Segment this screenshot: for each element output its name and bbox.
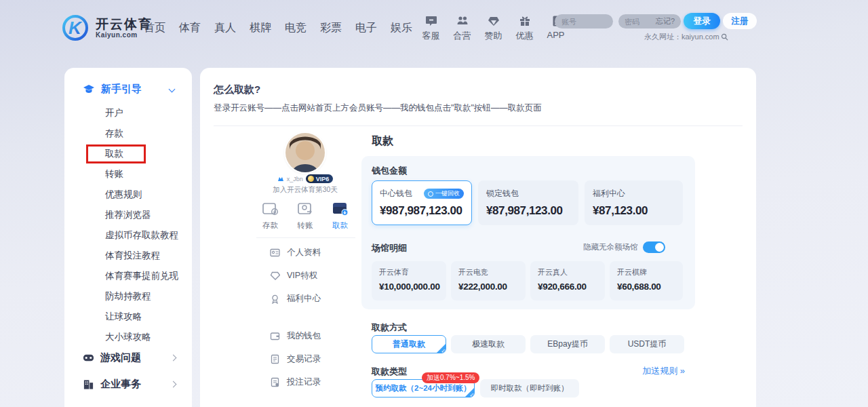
- venue-card-sports[interactable]: 开云体育 ¥10,000,000.00: [372, 261, 446, 301]
- forgot-password-link[interactable]: 忘记?: [656, 16, 675, 26]
- quick-action-transfer[interactable]: 转账: [297, 201, 314, 231]
- hide-empty-venues-label: 隐藏无余额场馆: [583, 242, 638, 252]
- type-label: 预约取款（2~24小时到账）: [376, 383, 471, 393]
- permanent-url[interactable]: 永久网址：kaiyun.com: [644, 32, 728, 42]
- transfer-icon: [297, 201, 314, 216]
- sidebar-item-anti-hijack[interactable]: 防劫持教程: [105, 286, 178, 307]
- nav-item-esports[interactable]: 电竞: [285, 21, 307, 35]
- member-icon: [277, 176, 284, 182]
- nav-item-chess[interactable]: 棋牌: [250, 21, 271, 35]
- graduation-cap-icon: [83, 84, 95, 94]
- sidebar-item-open-account[interactable]: 开户: [105, 103, 178, 123]
- password-field[interactable]: 忘记?: [618, 14, 681, 28]
- divider: [214, 125, 743, 126]
- quick-action-withdraw[interactable]: 取款: [332, 201, 349, 231]
- wallet-card-label: 福利中心: [593, 188, 625, 199]
- method-ebpay[interactable]: EBpay提币: [530, 335, 605, 353]
- venue-amount: ¥60,688.00: [617, 282, 675, 292]
- profile-menu-label: 个人资料: [287, 247, 321, 258]
- id-card-icon: [270, 248, 280, 258]
- password-input[interactable]: [625, 18, 654, 26]
- profile-menu-welfare[interactable]: 福利中心: [270, 293, 321, 305]
- permanent-url-text: 永久网址：kaiyun.com: [644, 32, 719, 42]
- sidebar-section-label: 新手引导: [101, 83, 142, 96]
- wallet-card-locked[interactable]: 锁定钱包 ¥87,987,123.00: [478, 180, 578, 225]
- method-usdt[interactable]: USDT提币: [610, 335, 684, 353]
- venue-amount: ¥222,000.00: [458, 282, 518, 292]
- register-button[interactable]: 注册: [723, 13, 757, 29]
- wallet-card-welfare[interactable]: 福利中心 ¥87,123.00: [585, 180, 683, 225]
- venue-amount: ¥920,666.00: [538, 282, 597, 292]
- venue-cards: 开云体育 ¥10,000,000.00 开云电竞 ¥222,000.00 开云真…: [372, 261, 683, 301]
- venue-card-esports[interactable]: 开云电竞 ¥222,000.00: [451, 261, 526, 301]
- nav-item-sports[interactable]: 体育: [179, 21, 201, 35]
- nav-item-slots[interactable]: 电子: [355, 21, 377, 35]
- sidebar-item-early-cashout[interactable]: 体育赛事提前兑现: [105, 266, 178, 286]
- sidebar-item-crypto-tutorial[interactable]: 虚拟币存取款教程: [105, 225, 178, 246]
- username: x_Jbn: [287, 176, 303, 182]
- profile-menu-bet-records[interactable]: 投注记录: [270, 376, 321, 388]
- venue-label: 开云棋牌: [617, 267, 675, 277]
- sponsor-button[interactable]: 赞助: [480, 15, 507, 42]
- wallet-card-central[interactable]: 中心钱包 一键回收 ¥987,987,123.00: [372, 180, 472, 225]
- quick-action-label: 取款: [332, 220, 348, 231]
- profile-menu-label: 我的钱包: [287, 330, 321, 342]
- sidebar-item-over-under-guide[interactable]: 大小球攻略: [105, 327, 178, 347]
- sidebar-item-transfer[interactable]: 转账: [105, 164, 178, 185]
- header-icon-menu: 客服 合营 赞助 优惠 APP: [418, 15, 569, 42]
- promotions-button[interactable]: 优惠: [511, 15, 538, 42]
- vip-badge: VIP6: [306, 174, 334, 183]
- vip-diamond-icon: [270, 271, 280, 281]
- avatar: [285, 133, 325, 172]
- type-instant-withdraw[interactable]: 即时取款（即时到账）: [480, 379, 579, 398]
- partnership-button[interactable]: 合营: [449, 15, 475, 42]
- withdraw-method-label: 取款方式: [372, 322, 407, 334]
- sidebar-item-sports-betting-tutorial[interactable]: 体育投注教程: [105, 246, 178, 266]
- venue-card-chess[interactable]: 开云棋牌 ¥60,688.00: [610, 261, 683, 301]
- wallet-card-amount: ¥87,987,123.00: [486, 204, 570, 218]
- wallet-balance-section-label: 钱包金额: [372, 165, 407, 177]
- sidebar-item-promo-rules[interactable]: 优惠规则: [105, 185, 178, 205]
- withdraw-wallet-icon: [332, 201, 349, 216]
- venue-card-live[interactable]: 开云真人 ¥920,666.00: [530, 261, 605, 301]
- quick-action-label: 转账: [298, 220, 313, 231]
- sidebar-item-handicap-guide[interactable]: 让球攻略: [105, 307, 178, 327]
- nav-item-entertainment[interactable]: 娱乐: [391, 21, 412, 35]
- quick-actions: 存款 转账 取款: [262, 201, 349, 231]
- bonus-rule-link[interactable]: 加送规则 »: [634, 365, 685, 377]
- profile-menu-label: 投注记录: [287, 376, 321, 388]
- nav-item-live[interactable]: 真人: [214, 21, 236, 35]
- site-logo[interactable]: K 开云体育 Kaiyun.com: [60, 14, 153, 42]
- login-button[interactable]: 登录: [684, 13, 720, 29]
- sidebar-section-game-issues[interactable]: 游戏问题: [83, 351, 141, 364]
- icon-menu-label: 客服: [422, 30, 440, 42]
- venue-label: 开云体育: [379, 267, 439, 277]
- sidebar-item-deposit[interactable]: 存款: [105, 123, 178, 144]
- transaction-record-icon: [270, 354, 280, 364]
- nav-item-lottery[interactable]: 彩票: [320, 21, 342, 35]
- selected-check-icon: ✓: [441, 348, 446, 353]
- hide-empty-venues-control: 隐藏无余额场馆: [583, 241, 665, 253]
- sidebar-section-beginner-guide[interactable]: 新手引导: [83, 83, 142, 96]
- profile-menu-vip[interactable]: VIP特权: [270, 270, 317, 282]
- hide-empty-venues-toggle[interactable]: [643, 241, 665, 253]
- profile-menu-transaction-records[interactable]: 交易记录: [270, 353, 321, 365]
- account-input[interactable]: [555, 14, 613, 28]
- method-fast-withdraw[interactable]: 极速取款: [451, 335, 526, 353]
- withdraw-panel-title: 取款: [372, 134, 393, 149]
- profile-menu-personal-info[interactable]: 个人资料: [270, 247, 321, 258]
- sidebar-item-browser[interactable]: 推荐浏览器: [105, 205, 178, 225]
- wallet-cards: 中心钱包 一键回收 ¥987,987,123.00 锁定钱包 ¥87,987,1…: [372, 180, 683, 225]
- withdraw-type-label: 取款类型: [372, 366, 407, 378]
- sidebar-section-corporate[interactable]: 企业事务: [83, 378, 141, 391]
- method-normal-withdraw[interactable]: 普通取款 ✓: [372, 335, 446, 353]
- venue-section-label: 场馆明细: [372, 242, 407, 254]
- profile-menu-my-wallet[interactable]: 我的钱包: [270, 330, 321, 342]
- one-key-recycle-button[interactable]: 一键回收: [424, 189, 464, 199]
- withdraw-method-options: 普通取款 ✓ 极速取款 EBpay提币 USDT提币: [372, 335, 684, 353]
- nav-item-home[interactable]: 首页: [144, 21, 165, 35]
- quick-action-deposit[interactable]: 存款: [262, 201, 279, 231]
- toggle-knob: [655, 243, 664, 252]
- customer-service-button[interactable]: 客服: [418, 15, 444, 42]
- icon-menu-label: APP: [547, 30, 564, 40]
